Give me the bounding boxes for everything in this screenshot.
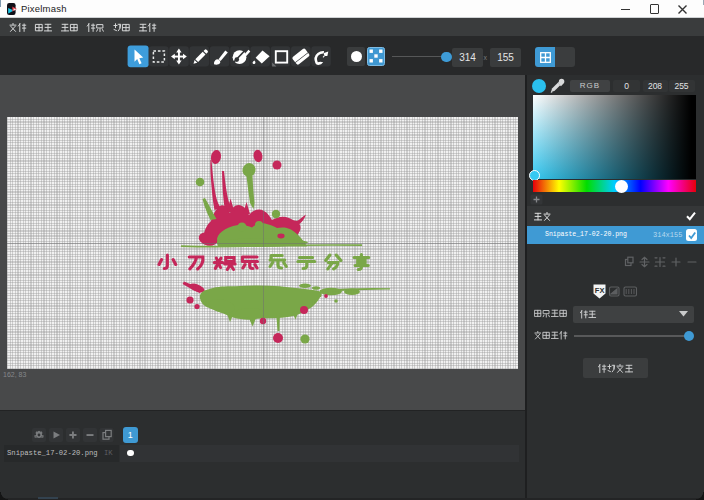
svg-text:FX: FX — [595, 285, 605, 294]
